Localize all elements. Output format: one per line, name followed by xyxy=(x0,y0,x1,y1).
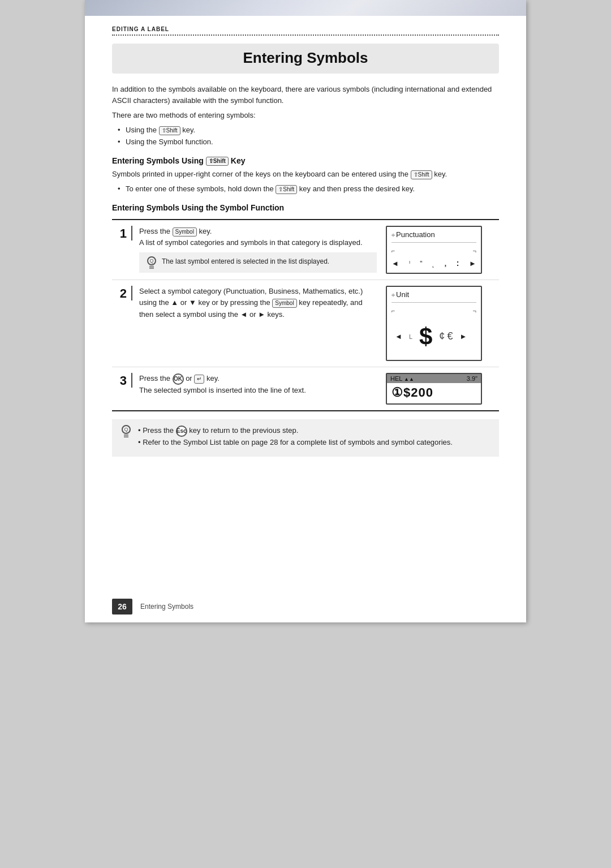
subheading2: Entering Symbols Using the Symbol Functi… xyxy=(112,203,499,212)
step2-image: ÷ Unit ⌐ ¬ ◄ L $ ¢ xyxy=(386,286,499,361)
step-num-2: 2 xyxy=(112,286,132,300)
ok-key: OK xyxy=(173,373,184,385)
shift-key-bullet: ⇧Shift xyxy=(276,185,297,194)
lamp-lines-bottom xyxy=(124,435,128,437)
lcd1-corner-tr: ¬ xyxy=(473,246,476,256)
subheading1: Entering Symbols Using ⇧Shift Key xyxy=(112,156,499,166)
page-number: 26 xyxy=(112,599,132,615)
lcd2-euro: € xyxy=(447,329,453,344)
bottom-note-icon: Q xyxy=(120,425,132,437)
steps-section: 1 Press the Symbol key. A list of symbol… xyxy=(112,219,499,411)
lcd-punctuation: ÷ Punctuation ⌐ ¬ ◄ ˡ " ˛ , xyxy=(386,226,482,274)
lcd2-corner-bl: L xyxy=(409,332,412,342)
esc-key: Esc xyxy=(176,426,187,437)
note-icon-1: Q xyxy=(146,256,157,269)
bottom-note-1: • Press the Esc key to return to the pre… xyxy=(138,425,453,437)
step3-main: Press the OK or ↵ key. xyxy=(139,373,377,385)
bottom-notes-list: • Press the Esc key to return to the pre… xyxy=(138,425,453,449)
step-num-1: 1 xyxy=(112,226,132,240)
step3-detail: The selected symbol is inserted into the… xyxy=(139,385,377,396)
lcd1-right-arrow: ► xyxy=(469,258,476,269)
lcd1-left-arrow: ◄ xyxy=(391,258,399,269)
lcd2-title-row: ÷ Unit xyxy=(391,289,476,303)
subheading1-bullets: To enter one of these symbols, hold down… xyxy=(118,183,499,195)
lcd1-corner-tl: ⌐ xyxy=(391,246,395,256)
step-content-3: Press the OK or ↵ key. The selected symb… xyxy=(139,373,377,396)
lcd1-title: Punctuation xyxy=(396,229,435,240)
lcd3-top: HEL ▲▲ 3.9" xyxy=(387,374,481,383)
lcd3-top-left: HEL ▲▲ xyxy=(390,375,414,382)
shift-key-inline: ⇧Shift xyxy=(159,126,180,135)
lcd1-symbols-row: ◄ ˡ " ˛ , : ► xyxy=(391,256,476,270)
lcd3-result-text: ①$200 xyxy=(391,385,433,399)
step-content-1: Press the Symbol key. A list of symbol c… xyxy=(139,226,377,273)
lcd1-sym3: ˛ xyxy=(432,259,434,269)
lcd-unit: ÷ Unit ⌐ ¬ ◄ L $ ¢ xyxy=(386,286,482,361)
lcd2-small-symbols: ¢ € xyxy=(439,329,453,344)
bottom-note-2: • Refer to the Symbol List table on page… xyxy=(138,437,453,449)
footer-label: Entering Symbols xyxy=(140,603,193,611)
lcd2-up-arrow: ÷ xyxy=(391,290,395,300)
lcd2-cent: ¢ xyxy=(439,329,445,344)
lcd1-title-row: ÷ Punctuation xyxy=(391,229,476,243)
lcd2-unit-row: ◄ L $ ¢ € ► xyxy=(391,316,476,358)
footer: 26 Entering Symbols xyxy=(85,599,526,615)
step1-note-text: The last symbol entered is selected in t… xyxy=(162,256,329,267)
method-2: Using the Symbol function. xyxy=(118,136,499,148)
step-row-2: 2 Select a symbol category (Punctuation,… xyxy=(112,280,499,367)
step-row-1: 1 Press the Symbol key. A list of symbol… xyxy=(112,220,499,280)
lcd2-right-arrow: ► xyxy=(459,331,467,342)
lcd2-corner-tr: ¬ xyxy=(473,306,476,316)
step1-note-box: Q The last symbol entered is selected in… xyxy=(139,252,377,273)
circle-icon-1: Q xyxy=(147,256,156,265)
lcd1-sym4: , xyxy=(445,259,446,269)
lcd-result: HEL ▲▲ 3.9" ①$200 xyxy=(386,373,482,405)
methods-label: There are two methods of entering symbol… xyxy=(112,110,499,121)
lcd2-corner-tl: ⌐ xyxy=(391,306,395,316)
bottom-note-row: Q • Press the Esc key to return to the p… xyxy=(120,425,491,449)
dotted-divider xyxy=(112,35,499,36)
subheading1-bullet-1: To enter one of these symbols, hold down… xyxy=(118,183,499,195)
shift-key-desc: ⇧Shift xyxy=(411,170,432,179)
step1-main: Press the Symbol key. xyxy=(139,226,377,237)
step3-image: HEL ▲▲ 3.9" ①$200 xyxy=(386,373,499,405)
section-label: EDITING A LABEL xyxy=(112,26,499,32)
lcd2-title: Unit xyxy=(396,289,409,300)
lcd1-sym1: ˡ xyxy=(409,259,410,269)
method-1: Using the ⇧Shift key. xyxy=(118,124,499,136)
subheading1-desc: Symbols printed in upper-right corner of… xyxy=(112,169,499,180)
circle-icon-bottom: Q xyxy=(122,425,131,434)
lcd3-top-right: 3.9" xyxy=(467,375,477,382)
symbol-key-2: Symbol xyxy=(272,299,296,308)
step2-main: Select a symbol category (Punctuation, B… xyxy=(139,286,377,320)
enter-key: ↵ xyxy=(194,375,204,384)
step1-detail: A list of symbol categories and symbols … xyxy=(139,237,377,248)
step-row-3: 3 Press the OK or ↵ key. The selected sy… xyxy=(112,367,499,410)
step-content-2: Select a symbol category (Punctuation, B… xyxy=(139,286,377,320)
intro-text: In addition to the symbols available on … xyxy=(112,84,499,106)
top-bar xyxy=(85,0,526,16)
subheading1-suffix: Key xyxy=(231,156,246,165)
step1-image: ÷ Punctuation ⌐ ¬ ◄ ˡ " ˛ , xyxy=(386,226,499,274)
methods-list: Using the ⇧Shift key. Using the Symbol f… xyxy=(118,124,499,148)
page-title: Entering Symbols xyxy=(243,49,368,66)
lcd1-up-arrow: ÷ xyxy=(391,230,395,240)
lcd3-body: ①$200 xyxy=(387,383,481,403)
subheading1-text: Entering Symbols Using xyxy=(112,156,206,165)
content: EDITING A LABEL Entering Symbols In addi… xyxy=(85,16,526,468)
symbol-key-1: Symbol xyxy=(173,227,197,237)
shift-key-heading: ⇧Shift xyxy=(206,157,229,166)
bottom-notes-box: Q • Press the Esc key to return to the p… xyxy=(112,419,499,457)
page-title-box: Entering Symbols xyxy=(112,44,499,74)
lcd1-sym2: " xyxy=(420,259,422,269)
lcd1-sym5: : xyxy=(457,257,459,269)
lcd2-left-arrow: ◄ xyxy=(395,331,402,342)
step-num-3: 3 xyxy=(112,373,132,388)
page: EDITING A LABEL Entering Symbols In addi… xyxy=(85,0,526,622)
lcd2-dollar: $ xyxy=(419,319,432,354)
lamp-lines-1 xyxy=(149,266,154,269)
